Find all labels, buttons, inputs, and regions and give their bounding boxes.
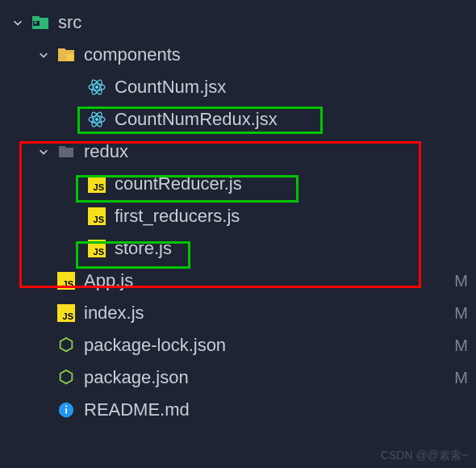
file-label: store.js — [115, 238, 172, 259]
file-label: CountNum.jsx — [115, 77, 226, 98]
file-package-lock[interactable]: package-lock.json M — [0, 329, 476, 361]
watermark: CSDN @@素素~ — [381, 449, 468, 463]
chevron-down-icon[interactable] — [11, 16, 24, 29]
file-store[interactable]: JS store.js — [0, 232, 476, 265]
svg-point-6 — [95, 118, 98, 121]
file-index[interactable]: JS index.js M — [0, 297, 476, 329]
file-label: README.md — [84, 399, 190, 420]
info-icon — [56, 400, 76, 420]
spacer — [68, 242, 81, 255]
file-tree[interactable]: src components CountNum.jsx CountNumRedu… — [0, 0, 476, 426]
file-package[interactable]: package.json M — [0, 361, 476, 394]
file-label: first_reducers.js — [115, 206, 240, 227]
folder-icon — [31, 13, 50, 32]
folder-label: redux — [84, 141, 128, 162]
folder-icon — [56, 142, 76, 161]
svg-point-2 — [95, 86, 98, 89]
file-firstreducers[interactable]: JS first_reducers.js — [0, 200, 476, 232]
file-countreducer[interactable]: JS countReducer.js — [0, 168, 476, 200]
spacer — [68, 178, 81, 190]
file-label: CountNumRedux.jsx — [115, 109, 278, 130]
chevron-down-icon[interactable] — [37, 48, 50, 61]
svg-rect-1 — [67, 54, 73, 61]
file-label: package.json — [84, 367, 189, 388]
vcs-status: M — [446, 272, 468, 290]
folder-components[interactable]: components — [0, 39, 476, 71]
spacer — [68, 210, 81, 223]
js-icon: JS — [87, 207, 106, 226]
spacer — [68, 81, 81, 94]
folder-src[interactable]: src — [0, 6, 476, 39]
file-countnumredux[interactable]: CountNumRedux.jsx — [0, 103, 476, 136]
file-app[interactable]: JS App.js M — [0, 265, 476, 297]
folder-redux[interactable]: redux — [0, 136, 476, 168]
vcs-status: M — [446, 369, 468, 387]
vcs-status: M — [446, 304, 468, 323]
file-label: countReducer.js — [115, 173, 242, 194]
folder-components-icon — [56, 45, 76, 65]
file-label: package-lock.json — [84, 335, 226, 356]
vcs-status: M — [446, 336, 468, 355]
js-icon: JS — [56, 303, 76, 323]
file-label: index.js — [84, 303, 144, 324]
svg-rect-12 — [65, 406, 67, 407]
nodejs-icon — [56, 336, 76, 355]
spacer — [37, 274, 50, 287]
react-icon — [87, 110, 106, 129]
spacer — [68, 113, 81, 126]
spacer — [37, 339, 50, 352]
spacer — [37, 371, 50, 384]
file-countnum[interactable]: CountNum.jsx — [0, 71, 476, 103]
chevron-down-icon[interactable] — [37, 145, 50, 158]
js-icon: JS — [56, 271, 76, 290]
svg-rect-11 — [65, 408, 67, 413]
folder-label: components — [84, 44, 181, 65]
react-icon — [87, 77, 106, 97]
file-label: App.js — [84, 270, 133, 291]
spacer — [37, 403, 50, 416]
folder-label: src — [58, 12, 81, 33]
js-icon: JS — [87, 239, 106, 258]
file-readme[interactable]: README.md — [0, 394, 476, 426]
js-icon: JS — [87, 174, 106, 194]
nodejs-icon — [56, 368, 76, 387]
spacer — [37, 307, 50, 320]
